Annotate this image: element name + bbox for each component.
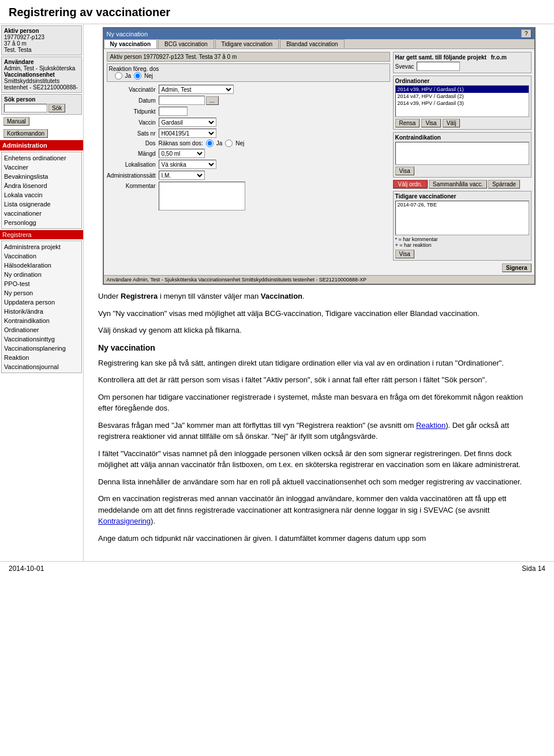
vaccinatar-select[interactable]: Admin, Test	[159, 85, 234, 94]
sidebar-item-ordinationer[interactable]: Ordinationer	[2, 325, 81, 334]
text-p6: Besvaras frågan med "Ja" kommer man att …	[98, 420, 540, 442]
sidebar-item-reaktion[interactable]: Reaktion	[2, 353, 81, 362]
tab-bcg-vaccination[interactable]: BCG vaccination	[158, 39, 214, 48]
sammanhalla-button[interactable]: Sammanhålla vacc.	[429, 180, 487, 189]
raknas-ja-radio[interactable]	[206, 140, 214, 147]
text-p3: Registrering kan ske på två sätt, anting…	[98, 358, 540, 369]
kommentar-row: Kommentar	[107, 182, 390, 210]
sparrade-button[interactable]: Spärrade	[488, 180, 520, 189]
sats-row: Sats nr H004195/1	[107, 129, 390, 138]
reaktion-link[interactable]: Reaktion	[416, 421, 446, 430]
kommentar-textarea[interactable]	[159, 182, 245, 210]
valj-button[interactable]: Välj	[443, 119, 461, 127]
bottom-anvandare: Användare Admin, Test - Sjuksköterska Va…	[107, 277, 366, 283]
content-area: Ny vaccination ? Ny vaccination BCG vacc…	[84, 24, 554, 561]
valj-ordn-button[interactable]: Välj ordn.	[393, 180, 428, 189]
lokalisation-label: Lokalisation	[107, 161, 159, 168]
sidebar-item-vacciner[interactable]: Vacciner	[2, 163, 81, 172]
sidebar-item-halsodeklaration[interactable]: Hälsodeklaration	[2, 261, 81, 270]
aktiv-person-age: 37 å 0 m	[4, 40, 79, 47]
aktiv-person-label: Aktiv person	[4, 28, 79, 34]
sidebar-item-vaccinationsplanering[interactable]: Vaccinationsplanering	[2, 344, 81, 353]
window-titlebar: Ny vaccination ?	[104, 28, 534, 39]
sidebar-item-lista-osignerade[interactable]: Lista osignerade	[2, 200, 81, 209]
sidebar-item-registrera[interactable]: Registrera	[0, 230, 83, 239]
sidebar-item-ny-person[interactable]: Ny person	[2, 288, 81, 298]
sidebar-item-administration[interactable]: Administration	[0, 140, 83, 151]
ord-item-3[interactable]: 2014 v39, HPV / Gardasil (3)	[396, 100, 529, 107]
tid-vacc-item-1[interactable]: 2014-07-26, TBE	[396, 201, 529, 208]
search-button[interactable]: Sök	[48, 104, 65, 112]
har-gett-label: Har gett samt. till följande projekt fr.…	[395, 54, 529, 61]
sidebar-item-andra-losenord[interactable]: Ändra lösenord	[2, 181, 81, 190]
anvandare-value: Admin, Test - Sjuksköterska	[4, 65, 79, 72]
mangd-select[interactable]: 0,50 ml	[159, 149, 205, 158]
ord-item-2[interactable]: 2014 v47, HPV / Gardasil (2)	[396, 93, 529, 100]
testenhet-value: testenhet - SE21210000888-	[4, 84, 79, 91]
footer-page: Sida 14	[522, 565, 545, 573]
reaktion-nej-radio[interactable]	[134, 72, 141, 80]
tidpunkt-input[interactable]: 09:25	[159, 107, 188, 116]
raknas-nej-radio[interactable]	[225, 140, 233, 147]
sidebar-item-ppo-test[interactable]: PPO-test	[2, 279, 81, 288]
sats-select[interactable]: H004195/1	[159, 129, 216, 138]
kontraindikation-label: Kontraindikation	[395, 134, 529, 141]
raknas-nej-label: Nej	[235, 140, 244, 146]
tab-ny-vaccination[interactable]: Ny vaccination	[104, 39, 158, 48]
sidebar-item-kontraindikation[interactable]: Kontraindikation	[2, 316, 81, 325]
har-reaktion-label: + = har reaktion	[395, 242, 529, 248]
raknas-ja-label: Ja	[216, 140, 223, 146]
vaccin-select[interactable]: Gardasil	[159, 118, 216, 127]
sidebar-item-vaccination[interactable]: Vaccination	[2, 251, 81, 261]
vaccenhet-value: Smittskyddsinstitutets	[4, 78, 79, 84]
from-date-input[interactable]: 1977-09-27	[417, 62, 460, 71]
sidebar-item-vaccinationer[interactable]: vaccinationer	[2, 209, 81, 218]
sidebar-item-ny-ordination[interactable]: Ny ordination	[2, 270, 81, 279]
visa-kontra-button[interactable]: Visa	[395, 167, 414, 175]
ord-item-1[interactable]: 2014 v39, HPV / Gardasil (1)	[396, 86, 529, 93]
tidigare-vacc-label: Tidigare vaccinationer	[395, 193, 529, 200]
visa-tid-vacc-button[interactable]: Visa	[395, 250, 414, 258]
raknas-label: Räknas som dos:	[159, 140, 203, 146]
registrera-menu-block: Administrera projekt Vaccination Hälsode…	[1, 240, 82, 373]
signera-button[interactable]: Signera	[502, 264, 531, 272]
datum-picker-button[interactable]: ...	[206, 96, 219, 105]
reaktion-nej-label: Nej	[144, 73, 153, 79]
anvandare-box: Användare Admin, Test - Sjuksköterska Va…	[1, 57, 82, 93]
vacc-left-panel: Aktiv person 19770927-p123 Test. Testa 3…	[107, 52, 390, 272]
sidebar-item-uppdatera-person[interactable]: Uppdatera person	[2, 298, 81, 307]
tidpunkt-row: Tidpunkt 09:25	[107, 107, 390, 116]
tab-tidigare-vaccination[interactable]: Tidigare vaccination	[215, 39, 279, 48]
sidebar-item-enhetens-ordinationer[interactable]: Enhetens ordinationer	[2, 153, 81, 163]
vaccin-label: Vaccin	[107, 119, 159, 126]
aktiv-person-box: Aktiv person 19770927-p123 37 å 0 m Test…	[1, 25, 82, 55]
vaccinatar-label: Vaccinatör	[107, 86, 159, 93]
sidebar-item-bevakningslista[interactable]: Bevakningslista	[2, 172, 81, 181]
svevac-label: Svevac	[395, 63, 414, 70]
sidebar-item-personlogg[interactable]: Personlogg	[2, 218, 81, 227]
kontrasignering-link[interactable]: Kontrasignering	[98, 517, 151, 525]
lokalisation-select[interactable]: Vä skinka	[159, 160, 216, 169]
page-footer: 2014-10-01 Sida 14	[0, 561, 554, 576]
search-input[interactable]	[4, 104, 47, 112]
manual-button[interactable]: Manual	[3, 117, 29, 126]
rensa-button[interactable]: Rensa	[395, 119, 420, 127]
ny-vaccination-heading: Ny vaccination	[98, 342, 540, 354]
tidigare-vacc-list[interactable]: 2014-07-26, TBE	[395, 201, 529, 235]
adm-select[interactable]: I.M.	[159, 171, 205, 180]
datum-input[interactable]: 2014-09-29	[159, 96, 205, 105]
tab-blandad-vaccination[interactable]: Blandad vaccination	[280, 39, 345, 48]
kortkomandon-button[interactable]: Kortkomandon	[3, 129, 48, 138]
sidebar-item-lokala-vaccin[interactable]: Lokala vaccin	[2, 190, 81, 200]
reaktion-ja-label: Ja	[125, 73, 132, 79]
reaktion-ja-radio[interactable]	[115, 72, 122, 80]
sidebar-item-administrera-projekt[interactable]: Administrera projekt	[2, 242, 81, 251]
visa-ord-button[interactable]: Visa	[421, 119, 440, 127]
text-p9: Om en vaccination registreras med annan …	[98, 493, 540, 527]
sidebar-item-historik[interactable]: Historik/ändra	[2, 307, 81, 316]
sidebar-item-vaccinationsjournal[interactable]: Vaccinationsjournal	[2, 362, 81, 371]
sidebar-item-vaccinationsinttyg[interactable]: Vaccinationsinttyg	[2, 334, 81, 344]
ordinationer-list[interactable]: 2014 v39, HPV / Gardasil (1) 2014 v47, H…	[395, 85, 529, 117]
help-button[interactable]: ?	[521, 29, 531, 38]
dos-row: Dos Räknas som dos: Ja Nej	[107, 140, 390, 147]
